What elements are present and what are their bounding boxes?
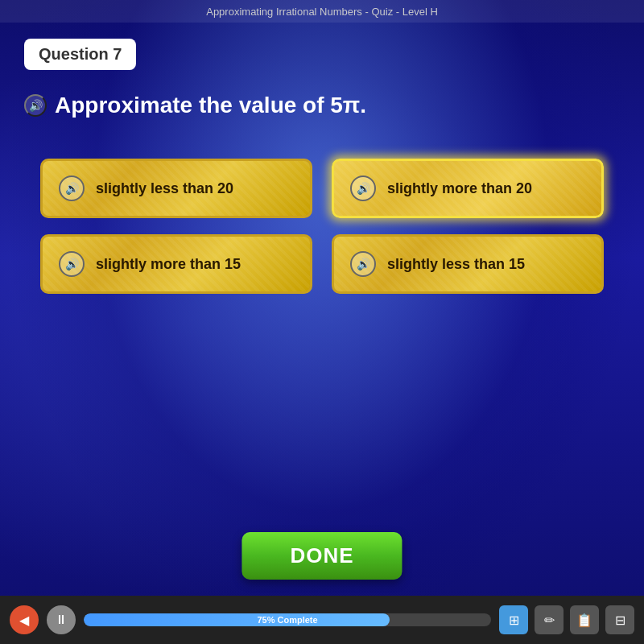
answer-speaker-icon-2[interactable]: 🔊 — [350, 175, 376, 201]
progress-label: 75% Complete — [257, 615, 317, 625]
answer-speaker-icon-4[interactable]: 🔊 — [350, 251, 376, 277]
answer-button-1[interactable]: 🔊 slightly less than 20 — [40, 159, 312, 218]
pencil-button[interactable]: ✏ — [535, 605, 564, 634]
clipboard-icon: 📋 — [576, 613, 592, 628]
done-container: DONE — [242, 532, 402, 580]
answer-text-3: slightly more than 15 — [96, 256, 241, 273]
answer-speaker-icon-3[interactable]: 🔊 — [59, 251, 85, 277]
back-icon: ◀ — [19, 613, 29, 628]
question-text: 🔊 Approximate the value of 5π. — [24, 93, 620, 118]
table-button[interactable]: ⊟ — [605, 605, 634, 634]
speaker-icon: 🔊 — [29, 99, 43, 112]
bottom-right-icons: ⊞ ✏ 📋 ⊟ — [499, 605, 634, 634]
answer-text-1: slightly less than 20 — [96, 180, 233, 197]
answers-grid: 🔊 slightly less than 20 🔊 slightly more … — [40, 159, 604, 294]
title-bar: Approximating Irrational Numbers - Quiz … — [0, 0, 644, 23]
pause-icon: ⏸ — [55, 613, 68, 627]
main-content: Question 7 🔊 Approximate the value of 5π… — [0, 23, 644, 596]
answer-button-2[interactable]: 🔊 slightly more than 20 — [332, 159, 604, 218]
pause-button[interactable]: ⏸ — [47, 605, 76, 634]
grid-icon: ⊞ — [509, 613, 519, 628]
table-icon: ⊟ — [615, 613, 625, 628]
back-button[interactable]: ◀ — [10, 605, 39, 634]
answer-speaker-icon-1[interactable]: 🔊 — [59, 175, 85, 201]
answer-button-4[interactable]: 🔊 slightly less than 15 — [332, 234, 604, 294]
progress-bar-container: 75% Complete — [84, 613, 491, 626]
question-speaker-button[interactable]: 🔊 — [24, 94, 47, 117]
answer-text-2: slightly more than 20 — [387, 180, 532, 197]
pencil-icon: ✏ — [544, 613, 555, 628]
clipboard-button[interactable]: 📋 — [570, 605, 599, 634]
answer-text-4: slightly less than 15 — [387, 256, 525, 273]
question-label: Question 7 — [24, 39, 136, 70]
question-body: Approximate the value of 5π. — [55, 93, 366, 118]
done-button[interactable]: DONE — [242, 532, 402, 580]
progress-bar-fill — [84, 613, 390, 626]
answer-button-3[interactable]: 🔊 slightly more than 15 — [40, 234, 312, 294]
grid-button[interactable]: ⊞ — [499, 605, 528, 634]
bottom-bar: ◀ ⏸ 75% Complete ⊞ ✏ 📋 ⊟ — [0, 596, 644, 644]
title-bar-text: Approximating Irrational Numbers - Quiz … — [206, 6, 438, 18]
